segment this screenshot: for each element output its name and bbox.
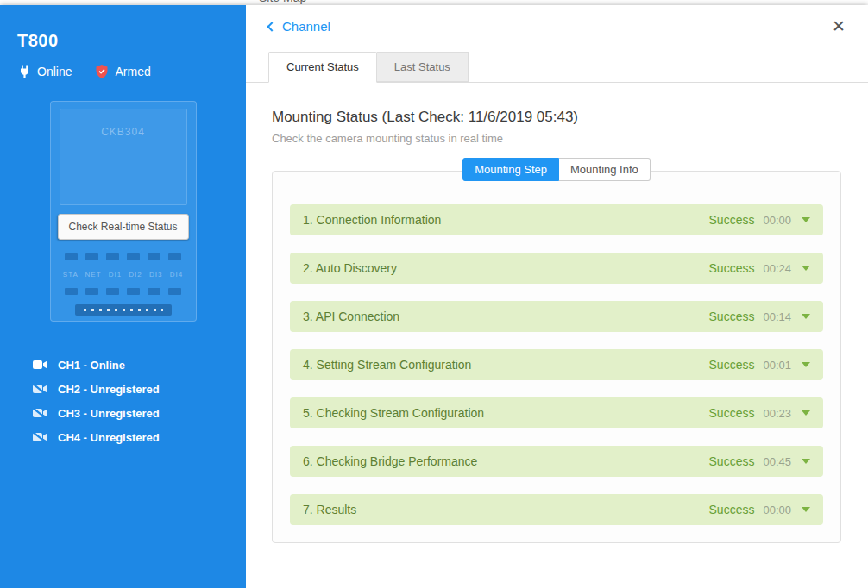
camera-off-icon <box>33 408 48 418</box>
chevron-down-icon <box>802 459 810 464</box>
channel-item-ch2[interactable]: CH2 - Unregistered <box>33 377 246 401</box>
device-ports-row <box>63 253 184 260</box>
step-status: Success <box>709 261 755 275</box>
toggle-mounting-info[interactable]: Mounting Info <box>559 158 651 181</box>
chevron-down-icon <box>802 507 810 512</box>
mounting-status-section: Mounting Status (Last Check: 11/6/2019 0… <box>246 83 868 543</box>
channel-item-ch3[interactable]: CH3 - Unregistered <box>33 401 246 425</box>
device-faceplate <box>60 109 187 205</box>
plug-icon <box>19 65 30 78</box>
channel-label: CH2 - Unregistered <box>58 383 160 396</box>
status-tabbar: Current Status Last Status <box>246 52 868 83</box>
armed-status: Armed <box>96 65 150 78</box>
step-status: Success <box>709 406 755 420</box>
step-label: 4. Setting Stream Configuration <box>303 358 709 372</box>
device-connectors-row <box>63 288 184 295</box>
armed-label: Armed <box>115 65 150 78</box>
back-label: Channel <box>282 19 330 34</box>
chevron-down-icon <box>802 266 810 271</box>
step-time: 00:23 <box>763 407 791 420</box>
chevron-down-icon <box>802 410 810 416</box>
mounting-steps-panel: 1. Connection Information Success 00:00 … <box>272 171 841 543</box>
device-illustration: CKB304 Check Real-time Status STA NET DI… <box>50 101 197 322</box>
camera-off-icon <box>33 384 48 394</box>
device-status-modal: T800 Online <box>0 5 868 588</box>
step-label: 3. API Connection <box>303 310 709 323</box>
tab-last-status[interactable]: Last Status <box>377 52 469 82</box>
online-label: Online <box>37 65 72 78</box>
step-row-5[interactable]: 5. Checking Stream Configuration Success… <box>290 397 823 428</box>
step-status: Success <box>709 358 755 372</box>
channel-item-ch4[interactable]: CH4 - Unregistered <box>33 425 246 449</box>
step-time: 00:00 <box>763 504 791 516</box>
content-header: Channel ✕ <box>246 5 868 47</box>
step-time: 00:45 <box>763 455 791 468</box>
device-title: T800 <box>0 5 246 51</box>
step-time: 00:01 <box>763 359 791 372</box>
step-time: 00:14 <box>763 310 791 323</box>
step-label: 6. Checking Bridge Performance <box>303 454 709 468</box>
step-time: 00:00 <box>763 214 791 227</box>
toggle-mounting-step[interactable]: Mounting Step <box>462 158 559 181</box>
step-status: Success <box>709 310 755 323</box>
chevron-left-icon <box>267 22 276 31</box>
device-sidebar: T800 Online <box>0 5 246 588</box>
step-label: 7. Results <box>303 503 709 516</box>
channel-label: CH4 - Unregistered <box>58 431 160 444</box>
step-row-6[interactable]: 6. Checking Bridge Performance Success 0… <box>290 446 823 477</box>
channel-label: CH3 - Unregistered <box>58 407 160 420</box>
tab-current-status[interactable]: Current Status <box>268 52 377 83</box>
back-to-channel-link[interactable]: Channel <box>268 19 330 34</box>
check-realtime-status-button[interactable]: Check Real-time Status <box>57 214 188 240</box>
channel-item-ch1[interactable]: CH1 - Online <box>33 353 246 377</box>
step-status: Success <box>709 454 755 468</box>
step-row-2[interactable]: 2. Auto Discovery Success 00:24 <box>290 253 823 284</box>
step-status: Success <box>709 503 755 516</box>
device-ports-label: STA NET DI1 DI2 DI3 DI4 <box>51 271 196 278</box>
device-model-label: CKB304 <box>51 126 196 138</box>
page-title: Mounting Status (Last Check: 11/6/2019 0… <box>272 109 841 126</box>
channel-label: CH1 - Online <box>58 359 125 372</box>
mounting-view-toggle: Mounting Step Mounting Info <box>272 158 841 181</box>
camera-off-icon <box>33 432 48 442</box>
step-row-4[interactable]: 4. Setting Stream Configuration Success … <box>290 349 823 380</box>
status-content: Channel ✕ Current Status Last Status Mou… <box>246 5 868 588</box>
chevron-down-icon <box>802 314 810 319</box>
channel-list: CH1 - Online CH2 - Unregistered <box>0 353 246 449</box>
device-terminal-strip <box>75 304 172 316</box>
step-time: 00:24 <box>763 262 791 275</box>
chevron-down-icon <box>802 217 810 222</box>
page-subtitle: Check the camera mounting status in real… <box>272 132 841 145</box>
device-status-row: Online Armed <box>0 51 246 78</box>
step-row-1[interactable]: 1. Connection Information Success 00:00 <box>290 204 823 235</box>
step-row-7[interactable]: 7. Results Success 00:00 <box>290 494 823 525</box>
step-row-3[interactable]: 3. API Connection Success 00:14 <box>290 301 823 332</box>
online-status: Online <box>19 65 72 78</box>
step-label: 1. Connection Information <box>303 213 709 227</box>
close-icon[interactable]: ✕ <box>832 18 846 34</box>
step-status: Success <box>709 213 755 227</box>
shield-check-icon <box>96 65 108 78</box>
chevron-down-icon <box>802 362 810 367</box>
step-label: 2. Auto Discovery <box>303 261 709 275</box>
background-nav-fragment: Site Map <box>259 0 306 4</box>
camera-icon <box>33 360 48 370</box>
step-label: 5. Checking Stream Configuration <box>303 406 709 420</box>
